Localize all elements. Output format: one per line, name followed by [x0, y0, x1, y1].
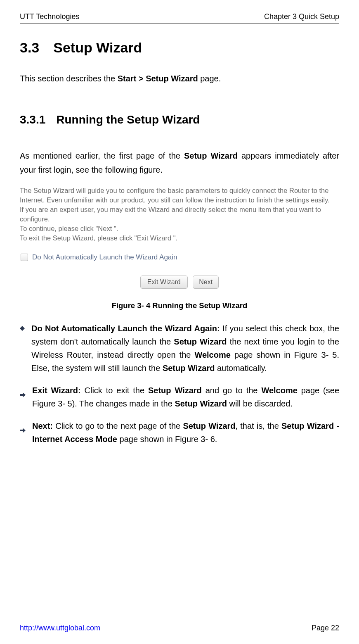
- bullet-exit-wizard: Exit Wizard: Click to exit the Setup Wiz…: [20, 384, 339, 410]
- b1-bold2: Setup Wizard: [174, 337, 227, 346]
- no-auto-launch-checkbox[interactable]: [21, 254, 28, 261]
- header-divider: [20, 24, 339, 24]
- b1-bold3: Welcome: [194, 350, 230, 359]
- svg-marker-2: [23, 392, 26, 397]
- b2-t2: and go to the: [202, 386, 262, 395]
- header-left: UTT Technologies: [20, 12, 79, 21]
- exit-wizard-button[interactable]: Exit Wizard: [140, 276, 188, 289]
- h1-number: 3.3: [20, 40, 39, 56]
- intro-prefix: This section describes the: [20, 74, 118, 83]
- bullet-content: Exit Wizard: Click to exit the Setup Wiz…: [32, 384, 339, 410]
- b2-t1: Click to exit the: [81, 386, 148, 395]
- section-heading-2: 3.3.1Running the Setup Wizard: [20, 113, 339, 126]
- h2-title: Running the Setup Wizard: [56, 113, 200, 126]
- wizard-line5: To exit the Setup Wizard, please click "…: [20, 233, 339, 243]
- intro-bold: Start > Setup Wizard: [118, 74, 198, 83]
- bullet-content: Do Not Automatically Launch the Wizard A…: [31, 322, 339, 375]
- b2-bold3: Welcome: [261, 386, 297, 395]
- diamond-icon: [20, 326, 25, 331]
- b2-bold4: Setup Wizard: [175, 399, 227, 408]
- header-right: Chapter 3 Quick Setup: [264, 12, 339, 21]
- b3-bold1: Next:: [32, 421, 53, 430]
- footer-link[interactable]: http://www.uttglobal.com: [20, 624, 100, 632]
- svg-rect-3: [20, 430, 23, 431]
- intro-paragraph: This section describes the Start > Setup…: [20, 74, 339, 83]
- svg-marker-4: [23, 428, 26, 433]
- arrow-right-icon: [20, 423, 26, 428]
- body-prefix: As mentioned earlier, the first page of …: [20, 151, 184, 160]
- wizard-line4: To continue, please click "Next ".: [20, 224, 339, 233]
- no-auto-launch-label: Do Not Automatically Launch the Wizard A…: [32, 253, 177, 261]
- page-number: Page 22: [312, 624, 339, 632]
- no-auto-launch-row: Do Not Automatically Launch the Wizard A…: [21, 253, 339, 261]
- b3-t1: Click to go to the next page of the: [53, 421, 183, 430]
- b1-bold4: Setup Wizard: [163, 364, 215, 373]
- bullet-content: Next: Click to go to the next page of th…: [32, 419, 339, 446]
- wizard-line1: The Setup Wizard will guide you to confi…: [20, 186, 339, 195]
- wizard-instruction-text: The Setup Wizard will guide you to confi…: [20, 186, 339, 243]
- b3-t2: , that is, the: [236, 421, 281, 430]
- h2-number: 3.3.1: [20, 113, 45, 126]
- intro-suffix: page.: [198, 74, 221, 83]
- b2-bold1: Exit Wizard:: [32, 386, 81, 395]
- h1-title: Setup Wizard: [53, 40, 142, 55]
- bullet-next: Next: Click to go to the next page of th…: [20, 419, 339, 446]
- page-footer: http://www.uttglobal.com Page 22: [20, 624, 339, 632]
- wizard-button-row: Exit Wizard Next: [20, 276, 339, 289]
- svg-rect-1: [20, 394, 23, 396]
- figure-caption: Figure 3- 4 Running the Setup Wizard: [20, 301, 339, 310]
- section-heading-1: 3.3Setup Wizard: [20, 40, 339, 56]
- page-header: UTT Technologies Chapter 3 Quick Setup: [20, 12, 339, 21]
- b1-t4: automatically.: [215, 364, 267, 373]
- setup-wizard-screenshot: The Setup Wizard will guide you to confi…: [20, 186, 339, 289]
- next-button[interactable]: Next: [193, 276, 219, 289]
- b3-bold2: Setup Wizard: [183, 421, 235, 430]
- b1-bold1: Do Not Automatically Launch the Wizard A…: [31, 324, 220, 333]
- svg-marker-0: [20, 326, 25, 331]
- wizard-line3: If you are an expert user, you may exit …: [20, 205, 339, 224]
- b2-bold2: Setup Wizard: [148, 386, 202, 395]
- body-paragraph: As mentioned earlier, the first page of …: [20, 149, 339, 177]
- b3-t3: page shown in Figure 3- 6.: [117, 435, 217, 444]
- wizard-line2: Internet. Even unfamiliar with our produ…: [20, 195, 339, 205]
- arrow-right-icon: [20, 388, 26, 393]
- bullet-no-auto-launch: Do Not Automatically Launch the Wizard A…: [20, 322, 339, 375]
- b2-t4: will be discarded.: [227, 399, 293, 408]
- body-bold: Setup Wizard: [184, 151, 238, 160]
